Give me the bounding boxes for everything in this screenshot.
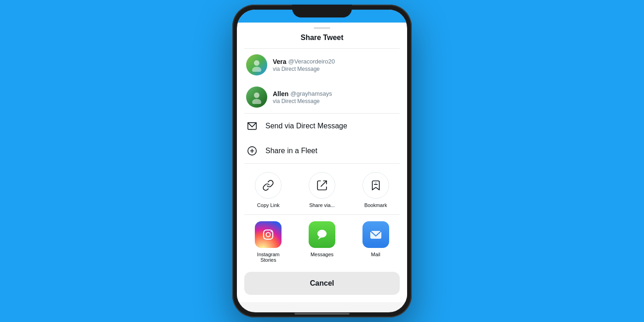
svg-point-12 bbox=[266, 233, 270, 237]
svg-point-3 bbox=[252, 99, 261, 104]
instagram-label: InstagramStories bbox=[257, 252, 280, 263]
instagram-icon bbox=[255, 221, 282, 248]
allen-name: Allen bbox=[273, 90, 288, 98]
contact-vera[interactable]: Vera @Veracordeiro20 via Direct Message bbox=[237, 49, 407, 81]
share-fleet-label: Share in a Fleet bbox=[265, 147, 317, 155]
share-via-action[interactable]: Share via... bbox=[304, 172, 340, 208]
vera-sub: via Direct Message bbox=[273, 66, 335, 72]
share-via-circle bbox=[309, 172, 335, 199]
share-via-label: Share via... bbox=[309, 202, 335, 208]
sheet-handle-area bbox=[237, 23, 407, 32]
copy-link-label: Copy Link bbox=[257, 202, 280, 208]
contact-allen-info: Allen @grayhamsays via Direct Message bbox=[273, 90, 332, 104]
mail-icon bbox=[362, 221, 389, 248]
copy-link-action[interactable]: Copy Link bbox=[250, 172, 287, 208]
messages-label: Messages bbox=[310, 252, 334, 257]
cancel-button[interactable]: Cancel bbox=[244, 272, 400, 295]
copy-link-circle bbox=[255, 172, 282, 199]
mail-label: Mail bbox=[371, 252, 380, 257]
contact-vera-info: Vera @Veracordeiro20 via Direct Message bbox=[273, 58, 335, 72]
share-icon bbox=[316, 179, 328, 191]
plus-circle-icon bbox=[246, 145, 258, 157]
svg-line-8 bbox=[321, 181, 327, 186]
contact-allen[interactable]: Allen @grayhamsays via Direct Message bbox=[237, 81, 407, 113]
allen-sub: via Direct Message bbox=[273, 98, 332, 104]
allen-handle: @grayhamsays bbox=[290, 90, 332, 97]
app-row: InstagramStories Messages bbox=[237, 215, 407, 270]
bookmark-label: Bookmark bbox=[364, 202, 387, 208]
svg-marker-15 bbox=[318, 237, 322, 240]
svg-point-0 bbox=[254, 60, 259, 66]
phone-notch bbox=[292, 5, 352, 17]
mail-app[interactable]: Mail bbox=[357, 221, 394, 263]
messages-icon bbox=[309, 221, 335, 248]
instagram-app[interactable]: InstagramStories bbox=[250, 221, 287, 263]
link-icon bbox=[262, 179, 274, 191]
share-fleet-item[interactable]: Share in a Fleet bbox=[237, 138, 407, 163]
bookmark-action[interactable]: Bookmark bbox=[357, 172, 394, 208]
home-indicator bbox=[294, 313, 350, 315]
messages-app[interactable]: Messages bbox=[304, 221, 340, 263]
vera-handle: @Veracordeiro20 bbox=[288, 58, 335, 65]
vera-name: Vera bbox=[273, 58, 287, 65]
send-dm-item[interactable]: Send via Direct Message bbox=[237, 114, 407, 138]
cancel-area: Cancel bbox=[237, 270, 407, 302]
svg-point-2 bbox=[254, 92, 259, 98]
phone-screen: Share Tweet Vera @Veracordeiro20 via Dir… bbox=[237, 10, 407, 312]
phone-frame: Share Tweet Vera @Veracordeiro20 via Dir… bbox=[232, 5, 412, 317]
svg-point-14 bbox=[317, 230, 327, 238]
sheet-title: Share Tweet bbox=[237, 32, 407, 48]
envelope-icon bbox=[246, 120, 258, 132]
avatar-allen bbox=[246, 86, 267, 108]
bookmark-icon bbox=[370, 179, 382, 191]
send-dm-label: Send via Direct Message bbox=[265, 122, 347, 130]
svg-point-1 bbox=[252, 67, 261, 72]
sheet-handle bbox=[314, 27, 330, 29]
action-row: Copy Link Share via... bbox=[237, 164, 407, 214]
share-sheet: Share Tweet Vera @Veracordeiro20 via Dir… bbox=[237, 23, 407, 302]
bookmark-circle bbox=[362, 172, 389, 199]
svg-point-13 bbox=[271, 231, 272, 232]
avatar-vera bbox=[246, 54, 267, 75]
